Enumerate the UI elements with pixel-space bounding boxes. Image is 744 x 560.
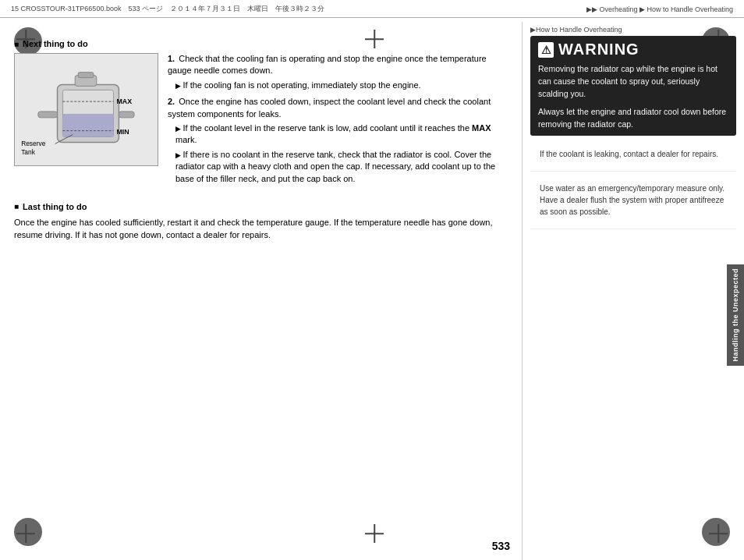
info-section-2: Use water as an emergency/temporary meas… bbox=[530, 176, 736, 229]
right-panel-body: ⚠ WARNING Removing the radiator cap whil… bbox=[523, 36, 744, 560]
step-2-sublist: If the coolant level in the reserve tank… bbox=[168, 122, 509, 185]
next-section-body: MAX MIN Reserve Tank 1. Check that the c… bbox=[14, 53, 509, 190]
last-section-header: Last thing to do bbox=[14, 202, 509, 211]
step-2-num: 2. bbox=[168, 97, 175, 106]
side-tab: Handling the Unexpected bbox=[727, 264, 744, 366]
step-2-sub-1: If the coolant level in the reserve tank… bbox=[175, 122, 509, 147]
steps-list: 1. Check that the cooling fan is operati… bbox=[168, 53, 509, 185]
step-1-text: Check that the cooling fan is operating … bbox=[168, 54, 487, 75]
warning-text-1: Removing the radiator cap while the engi… bbox=[538, 63, 728, 131]
warning-para-1: Removing the radiator cap while the engi… bbox=[538, 63, 728, 100]
warning-para-2: Always let the engine and radiator cool … bbox=[538, 106, 728, 131]
breadcrumb: ▶▶ Overheating ▶ How to Handle Overheati… bbox=[586, 5, 733, 13]
step-1: 1. Check that the cooling fan is operati… bbox=[168, 53, 509, 91]
svg-rect-7 bbox=[119, 112, 134, 118]
step-1-num: 1. bbox=[168, 54, 175, 63]
page-header: 15 CROSSTOUR-31TP66500.book 533 ページ ２０１４… bbox=[0, 0, 744, 18]
svg-text:Reserve: Reserve bbox=[21, 140, 46, 147]
info-section-1: If the coolant is leaking, contact a dea… bbox=[530, 142, 736, 172]
right-panel: ▶How to Handle Overheating ⚠ WARNING Rem… bbox=[522, 22, 744, 560]
steps-container: 1. Check that the cooling fan is operati… bbox=[168, 53, 509, 190]
next-section-title: Next thing to do bbox=[23, 39, 88, 48]
svg-rect-3 bbox=[62, 114, 113, 137]
tank-svg: MAX MIN Reserve Tank bbox=[15, 54, 158, 165]
last-section-text: Once the engine has cooled sufficiently,… bbox=[14, 216, 509, 242]
step-2-sub-2: If there is no coolant in the reserve ta… bbox=[175, 149, 509, 185]
last-section: Last thing to do Once the engine has coo… bbox=[14, 202, 509, 242]
next-section-header: Next thing to do bbox=[14, 39, 509, 48]
page-number: 533 bbox=[492, 540, 510, 552]
svg-rect-6 bbox=[38, 112, 58, 118]
info-text-1: If the coolant is leaking, contact a dea… bbox=[540, 148, 727, 160]
svg-rect-5 bbox=[78, 73, 94, 78]
file-info: 15 CROSSTOUR-31TP66500.book 533 ページ ２０１４… bbox=[11, 4, 324, 14]
svg-text:MAX: MAX bbox=[116, 97, 132, 105]
warning-title-bar: ⚠ WARNING bbox=[538, 41, 728, 58]
warning-icon: ⚠ bbox=[538, 42, 554, 58]
step-2-text: Once the engine has cooled down, inspect… bbox=[168, 97, 491, 118]
svg-text:MIN: MIN bbox=[116, 128, 129, 136]
step-2: 2. Once the engine has cooled down, insp… bbox=[168, 96, 509, 185]
svg-text:Tank: Tank bbox=[21, 148, 36, 156]
side-tab-text: Handling the Unexpected bbox=[732, 268, 739, 362]
warning-breadcrumb: ▶How to Handle Overheating bbox=[523, 22, 744, 36]
last-section-title: Last thing to do bbox=[23, 202, 87, 211]
warning-box: ⚠ WARNING Removing the radiator cap whil… bbox=[530, 36, 736, 136]
left-panel: Next thing to do bbox=[0, 22, 522, 560]
max-bold: MAX bbox=[472, 123, 491, 133]
reserve-tank-image: MAX MIN Reserve Tank bbox=[14, 53, 158, 166]
step-1-sublist: If the cooling fan is not operating, imm… bbox=[168, 80, 509, 91]
info-text-2: Use water as an emergency/temporary meas… bbox=[540, 183, 727, 218]
step-1-sub-1: If the cooling fan is not operating, imm… bbox=[175, 80, 509, 91]
warning-breadcrumb-text: ▶How to Handle Overheating bbox=[530, 26, 622, 34]
warning-title-text: WARNING bbox=[558, 41, 639, 58]
